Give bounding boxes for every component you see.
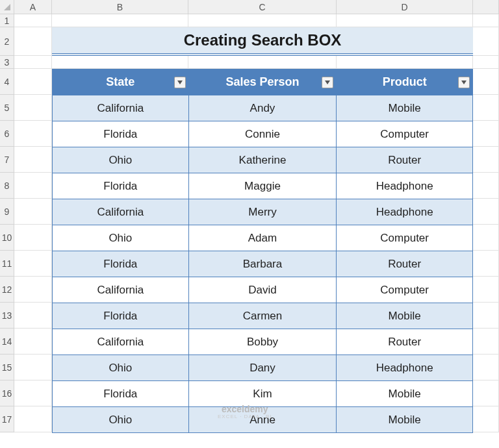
- table-cell[interactable]: Headphone: [337, 199, 473, 225]
- cell[interactable]: [14, 69, 52, 95]
- cell[interactable]: [473, 303, 499, 329]
- table-cell[interactable]: Florida: [53, 173, 189, 199]
- filter-button-state[interactable]: [174, 77, 186, 88]
- cell[interactable]: [14, 173, 52, 199]
- table-cell[interactable]: Florida: [53, 251, 189, 277]
- cell[interactable]: [14, 56, 52, 69]
- table-cell[interactable]: Ohio: [53, 355, 189, 381]
- cell[interactable]: [14, 277, 52, 303]
- table-cell[interactable]: Connie: [189, 121, 337, 147]
- cell[interactable]: [473, 380, 499, 406]
- row-header-15[interactable]: 15: [0, 355, 14, 380]
- table-cell[interactable]: Router: [337, 329, 473, 355]
- row-header-7[interactable]: 7: [0, 147, 14, 173]
- cell[interactable]: [14, 355, 52, 380]
- filter-button-sales-person[interactable]: [322, 77, 333, 88]
- cell[interactable]: [473, 225, 499, 251]
- table-cell[interactable]: Ohio: [53, 147, 189, 173]
- row-header-14[interactable]: 14: [0, 329, 14, 355]
- table-cell[interactable]: Computer: [337, 277, 473, 303]
- table-cell[interactable]: Mobile: [337, 95, 473, 121]
- cell[interactable]: [14, 147, 52, 173]
- table-cell[interactable]: Adam: [189, 225, 337, 251]
- cell[interactable]: [473, 355, 499, 380]
- table-cell[interactable]: Mobile: [337, 381, 473, 407]
- cell[interactable]: [473, 329, 499, 355]
- table-cell[interactable]: Ohio: [53, 407, 189, 433]
- row-header-12[interactable]: 12: [0, 277, 14, 303]
- title-cell[interactable]: Creating Search BOX: [52, 27, 473, 56]
- table-cell[interactable]: Router: [337, 251, 473, 277]
- cell[interactable]: [473, 95, 499, 121]
- table-cell[interactable]: Carmen: [189, 303, 337, 329]
- cell[interactable]: [52, 14, 188, 27]
- cell[interactable]: [14, 329, 52, 355]
- row-header-17[interactable]: 17: [0, 406, 14, 432]
- col-header-B[interactable]: B: [52, 0, 188, 14]
- row-header-2[interactable]: 2: [0, 27, 14, 56]
- table-cell[interactable]: Barbara: [189, 251, 337, 277]
- table-cell[interactable]: Computer: [337, 225, 473, 251]
- table-cell[interactable]: California: [53, 95, 189, 121]
- cell[interactable]: [14, 199, 52, 225]
- row-header-1[interactable]: 1: [0, 14, 14, 27]
- table-cell[interactable]: Router: [337, 147, 473, 173]
- row-header-3[interactable]: 3: [0, 56, 14, 69]
- table-cell[interactable]: Bobby: [189, 329, 337, 355]
- table-cell[interactable]: Katherine: [189, 147, 337, 173]
- table-cell[interactable]: Merry: [189, 199, 337, 225]
- table-cell[interactable]: California: [53, 329, 189, 355]
- table-cell[interactable]: Kim: [189, 381, 337, 407]
- row-header-11[interactable]: 11: [0, 251, 14, 277]
- col-header-C[interactable]: C: [188, 0, 337, 14]
- cell[interactable]: [14, 303, 52, 329]
- cell[interactable]: [337, 56, 473, 69]
- cell[interactable]: [14, 14, 52, 27]
- select-all-corner[interactable]: [0, 0, 14, 14]
- table-cell[interactable]: Florida: [53, 121, 189, 147]
- col-header-A[interactable]: A: [14, 0, 52, 14]
- cell[interactable]: [14, 121, 52, 147]
- col-header-D[interactable]: D: [337, 0, 473, 14]
- table-cell[interactable]: Computer: [337, 121, 473, 147]
- cell[interactable]: [473, 121, 499, 147]
- table-cell[interactable]: Ohio: [53, 225, 189, 251]
- header-sales-person[interactable]: Sales Person: [189, 69, 337, 95]
- table-cell[interactable]: Florida: [53, 303, 189, 329]
- cell[interactable]: [14, 95, 52, 121]
- table-cell[interactable]: Florida: [53, 381, 189, 407]
- row-header-10[interactable]: 10: [0, 225, 14, 251]
- cell[interactable]: [14, 27, 52, 56]
- table-cell[interactable]: Andy: [189, 95, 337, 121]
- cell[interactable]: [188, 14, 337, 27]
- cell[interactable]: [14, 406, 52, 432]
- cell[interactable]: [473, 14, 499, 27]
- table-cell[interactable]: California: [53, 199, 189, 225]
- row-header-5[interactable]: 5: [0, 95, 14, 121]
- cell[interactable]: [473, 147, 499, 173]
- table-cell[interactable]: California: [53, 277, 189, 303]
- table-cell[interactable]: Mobile: [337, 407, 473, 433]
- table-cell[interactable]: Headphone: [337, 355, 473, 381]
- row-header-16[interactable]: 16: [0, 380, 14, 406]
- row-header-13[interactable]: 13: [0, 303, 14, 329]
- cell[interactable]: [14, 225, 52, 251]
- cell[interactable]: [337, 14, 473, 27]
- table-cell[interactable]: Headphone: [337, 173, 473, 199]
- header-state[interactable]: State: [53, 69, 189, 95]
- cell[interactable]: [473, 69, 499, 95]
- cell[interactable]: [473, 406, 499, 432]
- cell[interactable]: [473, 251, 499, 277]
- table-cell[interactable]: Mobile: [337, 303, 473, 329]
- cell[interactable]: [473, 56, 499, 69]
- header-product[interactable]: Product: [337, 69, 473, 95]
- cell[interactable]: [473, 199, 499, 225]
- table-cell[interactable]: David: [189, 277, 337, 303]
- row-header-8[interactable]: 8: [0, 173, 14, 199]
- cell[interactable]: [14, 251, 52, 277]
- table-cell[interactable]: Anne: [189, 407, 337, 433]
- row-header-4[interactable]: 4: [0, 69, 14, 95]
- row-header-6[interactable]: 6: [0, 121, 14, 147]
- table-cell[interactable]: Maggie: [189, 173, 337, 199]
- cell[interactable]: [473, 277, 499, 303]
